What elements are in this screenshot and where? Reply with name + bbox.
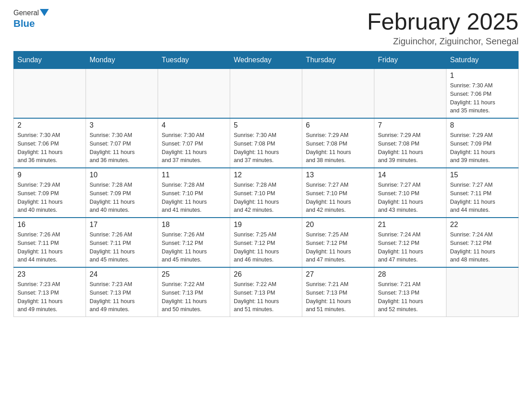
day-info: Sunrise: 7:25 AMSunset: 7:12 PMDaylight:… [306,231,370,264]
table-row [446,267,519,317]
table-row: 9Sunrise: 7:29 AMSunset: 7:09 PMDaylight… [14,168,86,218]
table-row: 17Sunrise: 7:26 AMSunset: 7:11 PMDayligh… [86,218,158,267]
day-info: Sunrise: 7:21 AMSunset: 7:13 PMDaylight:… [378,280,442,314]
day-info: Sunrise: 7:29 AMSunset: 7:09 PMDaylight:… [17,181,82,214]
day-info: Sunrise: 7:28 AMSunset: 7:10 PMDaylight:… [162,181,226,214]
day-number: 12 [234,171,298,179]
col-thursday: Thursday [302,51,374,69]
day-info: Sunrise: 7:21 AMSunset: 7:13 PMDaylight:… [306,280,370,314]
table-row: 4Sunrise: 7:30 AMSunset: 7:07 PMDaylight… [158,118,230,168]
day-number: 8 [450,121,515,129]
day-info: Sunrise: 7:28 AMSunset: 7:10 PMDaylight:… [234,181,298,214]
table-row [302,69,374,119]
day-number: 18 [162,221,226,229]
table-row: 16Sunrise: 7:26 AMSunset: 7:11 PMDayligh… [14,218,86,267]
day-info: Sunrise: 7:30 AMSunset: 7:08 PMDaylight:… [234,131,298,165]
table-row [86,69,158,119]
day-number: 19 [234,221,298,229]
table-row [158,69,230,119]
table-row: 6Sunrise: 7:29 AMSunset: 7:08 PMDaylight… [302,118,374,168]
location: Ziguinchor, Ziguinchor, Senegal [367,36,519,47]
day-number: 23 [17,270,82,278]
day-number: 9 [17,171,82,179]
logo-triangle-icon [40,9,49,16]
day-info: Sunrise: 7:29 AMSunset: 7:09 PMDaylight:… [450,131,515,165]
day-info: Sunrise: 7:22 AMSunset: 7:13 PMDaylight:… [234,280,298,314]
day-number: 11 [162,171,226,179]
col-wednesday: Wednesday [230,51,302,69]
table-row: 5Sunrise: 7:30 AMSunset: 7:08 PMDaylight… [230,118,302,168]
logo-general-text: General [13,9,39,17]
day-number: 15 [450,171,515,179]
day-info: Sunrise: 7:26 AMSunset: 7:11 PMDaylight:… [17,231,82,264]
calendar-week-row: 2Sunrise: 7:30 AMSunset: 7:06 PMDaylight… [14,118,519,168]
day-info: Sunrise: 7:27 AMSunset: 7:11 PMDaylight:… [450,181,515,214]
day-info: Sunrise: 7:23 AMSunset: 7:13 PMDaylight:… [17,280,82,314]
table-row: 25Sunrise: 7:22 AMSunset: 7:13 PMDayligh… [158,267,230,317]
table-row: 26Sunrise: 7:22 AMSunset: 7:13 PMDayligh… [230,267,302,317]
table-row: 1Sunrise: 7:30 AMSunset: 7:06 PMDaylight… [446,69,519,119]
col-friday: Friday [374,51,446,69]
title-area: February 2025 Ziguinchor, Ziguinchor, Se… [367,9,519,47]
table-row: 28Sunrise: 7:21 AMSunset: 7:13 PMDayligh… [374,267,446,317]
calendar-table: Sunday Monday Tuesday Wednesday Thursday… [13,51,519,317]
day-info: Sunrise: 7:30 AMSunset: 7:06 PMDaylight:… [17,131,82,165]
table-row: 14Sunrise: 7:27 AMSunset: 7:10 PMDayligh… [374,168,446,218]
day-number: 10 [90,171,154,179]
day-info: Sunrise: 7:26 AMSunset: 7:11 PMDaylight:… [90,231,154,264]
day-number: 25 [162,270,226,278]
day-number: 7 [378,121,442,129]
table-row: 8Sunrise: 7:29 AMSunset: 7:09 PMDaylight… [446,118,519,168]
col-sunday: Sunday [14,51,86,69]
table-row: 3Sunrise: 7:30 AMSunset: 7:07 PMDaylight… [86,118,158,168]
table-row: 27Sunrise: 7:21 AMSunset: 7:13 PMDayligh… [302,267,374,317]
day-number: 21 [378,221,442,229]
day-info: Sunrise: 7:30 AMSunset: 7:06 PMDaylight:… [450,81,515,115]
day-info: Sunrise: 7:25 AMSunset: 7:12 PMDaylight:… [234,231,298,264]
day-number: 28 [378,270,442,278]
day-number: 20 [306,221,370,229]
day-info: Sunrise: 7:22 AMSunset: 7:13 PMDaylight:… [162,280,226,314]
day-info: Sunrise: 7:24 AMSunset: 7:12 PMDaylight:… [378,231,442,264]
table-row: 15Sunrise: 7:27 AMSunset: 7:11 PMDayligh… [446,168,519,218]
month-title: February 2025 [367,9,519,34]
day-number: 14 [378,171,442,179]
table-row: 20Sunrise: 7:25 AMSunset: 7:12 PMDayligh… [302,218,374,267]
table-row [374,69,446,119]
table-row: 10Sunrise: 7:28 AMSunset: 7:09 PMDayligh… [86,168,158,218]
table-row: 2Sunrise: 7:30 AMSunset: 7:06 PMDaylight… [14,118,86,168]
day-info: Sunrise: 7:27 AMSunset: 7:10 PMDaylight:… [378,181,442,214]
day-info: Sunrise: 7:30 AMSunset: 7:07 PMDaylight:… [162,131,226,165]
day-number: 4 [162,121,226,129]
col-tuesday: Tuesday [158,51,230,69]
col-saturday: Saturday [446,51,519,69]
calendar-week-row: 1Sunrise: 7:30 AMSunset: 7:06 PMDaylight… [14,69,519,119]
calendar-week-row: 16Sunrise: 7:26 AMSunset: 7:11 PMDayligh… [14,218,519,267]
logo-blue-text: Blue [13,18,35,30]
day-number: 3 [90,121,154,129]
day-number: 22 [450,221,515,229]
day-info: Sunrise: 7:23 AMSunset: 7:13 PMDaylight:… [90,280,154,314]
calendar-week-row: 23Sunrise: 7:23 AMSunset: 7:13 PMDayligh… [14,267,519,317]
day-number: 26 [234,270,298,278]
table-row: 22Sunrise: 7:24 AMSunset: 7:12 PMDayligh… [446,218,519,267]
day-number: 13 [306,171,370,179]
day-info: Sunrise: 7:29 AMSunset: 7:08 PMDaylight:… [378,131,442,165]
calendar-week-row: 9Sunrise: 7:29 AMSunset: 7:09 PMDaylight… [14,168,519,218]
calendar-header-row: Sunday Monday Tuesday Wednesday Thursday… [14,51,519,69]
page-header: General Blue February 2025 Ziguinchor, Z… [13,9,519,47]
day-info: Sunrise: 7:26 AMSunset: 7:12 PMDaylight:… [162,231,226,264]
table-row: 24Sunrise: 7:23 AMSunset: 7:13 PMDayligh… [86,267,158,317]
table-row: 18Sunrise: 7:26 AMSunset: 7:12 PMDayligh… [158,218,230,267]
table-row [230,69,302,119]
day-number: 17 [90,221,154,229]
table-row [14,69,86,119]
logo: General Blue [13,9,50,30]
table-row: 13Sunrise: 7:27 AMSunset: 7:10 PMDayligh… [302,168,374,218]
day-info: Sunrise: 7:24 AMSunset: 7:12 PMDaylight:… [450,231,515,264]
day-number: 6 [306,121,370,129]
day-info: Sunrise: 7:28 AMSunset: 7:09 PMDaylight:… [90,181,154,214]
table-row: 11Sunrise: 7:28 AMSunset: 7:10 PMDayligh… [158,168,230,218]
col-monday: Monday [86,51,158,69]
day-info: Sunrise: 7:29 AMSunset: 7:08 PMDaylight:… [306,131,370,165]
